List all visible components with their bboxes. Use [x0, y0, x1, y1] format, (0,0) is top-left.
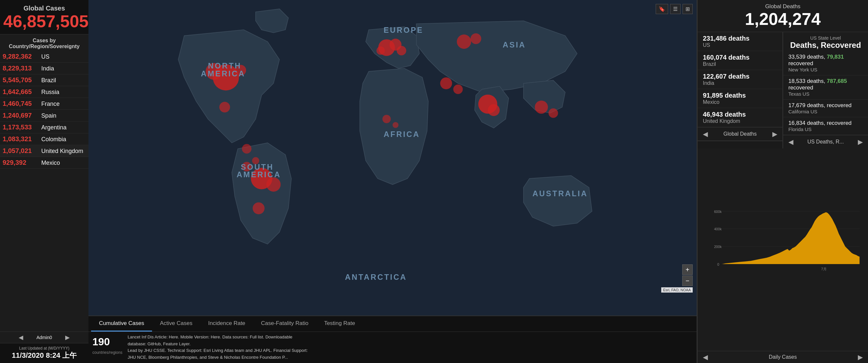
tab-testing-rate[interactable]: Testing Rate [316, 316, 363, 332]
deaths-item: 231,486 deathsUS [698, 32, 782, 51]
map-toolbar: 🔖 ☰ ⊞ [656, 4, 693, 14]
tab-case-fatality-ratio[interactable]: Case-Fatality Ratio [253, 316, 316, 332]
us-state-panel: US State Level Deaths, Recovered [783, 32, 868, 51]
bookmark-btn[interactable]: 🔖 [656, 4, 668, 14]
global-deaths-title: Global Deaths [703, 3, 863, 10]
country-item[interactable]: 5,545,705Brazil [0, 74, 89, 86]
country-item[interactable]: 1,057,021United Kingdom [0, 145, 89, 157]
country-cases: 8,229,313 [3, 64, 39, 72]
country-item[interactable]: 1,173,533Argentina [0, 122, 89, 133]
svg-point-7 [376, 47, 385, 55]
deaths-item: 160,074 deathsBrazil [698, 51, 782, 70]
info-line1: Lancet Inf Dis Article: Here. Mobile Ver… [127, 334, 693, 341]
right-panel: Global Deaths 1,204,274 231,486 deathsUS… [698, 0, 868, 363]
last-updated-label: Last Updated at (M/D/YYYY) [3, 346, 85, 351]
country-name: Spain [41, 112, 56, 119]
global-deaths-value: 1,204,274 [703, 10, 863, 29]
esri-attribution: Esri, FAO, NOAA [661, 287, 693, 293]
deaths-next-btn[interactable]: ▶ [772, 130, 777, 138]
us-deaths: 18,533 deaths, 787,685 recovered [788, 78, 863, 91]
zoom-in-btn[interactable]: + [682, 264, 693, 275]
world-map-container[interactable]: NORTH AMERICA SOUTH AMERICA EUROPE ASIA … [89, 0, 696, 315]
deaths-item: 122,607 deathsIndia [698, 70, 782, 89]
deaths-prev-btn[interactable]: ◀ [703, 130, 708, 138]
deaths-count: 122,607 deaths [703, 73, 777, 80]
last-updated-box: Last Updated at (M/D/YYYY) 11/3/2020 8:2… [0, 343, 89, 363]
country-item[interactable]: 1,460,745France [0, 98, 89, 110]
global-cases-label: Global Cases [3, 5, 85, 12]
global-cases-value: 46,857,505 [3, 12, 85, 31]
svg-text:AUSTRALIA: AUSTRALIA [532, 189, 588, 198]
info-text: Lancet Inf Dis Article: Here. Mobile Ver… [127, 334, 693, 361]
tab-incidence-rate[interactable]: Incidence Rate [200, 316, 253, 332]
us-state-item: 18,533 deaths, 787,685 recoveredTexas US [783, 75, 868, 99]
deaths-country: India [703, 80, 777, 86]
svg-text:AFRICA: AFRICA [384, 130, 420, 139]
deaths-country: Mexico [703, 99, 777, 105]
deaths-country: Brazil [703, 61, 777, 67]
svg-point-22 [253, 203, 265, 214]
world-map-svg[interactable]: NORTH AMERICA SOUTH AMERICA EUROPE ASIA … [89, 0, 696, 315]
deaths-country: United Kingdom [703, 118, 777, 124]
country-count-sub: countries/regions [92, 350, 122, 356]
country-item[interactable]: 1,240,697Spain [0, 110, 89, 122]
chart-nav: ◀ Daily Cases ▶ [698, 351, 868, 363]
info-bar: 190 countries/regions Lancet Inf Dis Art… [89, 332, 696, 363]
svg-point-15 [549, 109, 558, 118]
deaths-column: 231,486 deathsUS160,074 deathsBrazil122,… [698, 32, 783, 148]
info-line4: JHU NCE, Bloomberg Philanthropies, and S… [127, 354, 693, 361]
country-cases: 1,642,665 [3, 88, 39, 96]
zoom-out-btn[interactable]: − [682, 275, 693, 286]
svg-text:200k: 200k [714, 245, 722, 249]
svg-text:AMERICA: AMERICA [237, 170, 281, 179]
zoom-controls[interactable]: + − [682, 264, 693, 286]
global-deaths-panel: Global Deaths 1,204,274 [698, 0, 868, 32]
country-item[interactable]: 1,083,321Colombia [0, 133, 89, 145]
svg-point-19 [393, 122, 398, 128]
admin-nav: ◀ Admin0 ▶ [0, 332, 89, 343]
chart-prev-btn[interactable]: ◀ [703, 353, 708, 361]
us-state-name: California US [788, 109, 863, 114]
svg-text:AMERICA: AMERICA [201, 69, 245, 78]
country-item[interactable]: 9,282,362US [0, 51, 89, 63]
info-line2: database: GitHub, Feature Layer. [127, 341, 693, 347]
svg-point-18 [382, 115, 391, 123]
chart-title: Daily Cases [769, 354, 797, 360]
svg-point-6 [397, 46, 406, 55]
country-item[interactable]: 1,642,665Russia [0, 86, 89, 98]
us-next-btn[interactable]: ▶ [858, 138, 863, 146]
svg-point-14 [535, 100, 548, 114]
country-item[interactable]: 929,392Mexico [0, 157, 89, 169]
scroll-left-btn[interactable]: ◀ [19, 334, 23, 341]
us-state-name: Texas US [788, 91, 863, 97]
chart-next-btn[interactable]: ▶ [858, 353, 863, 361]
country-item[interactable]: 8,229,313India [0, 63, 89, 74]
country-name: France [41, 100, 60, 108]
us-deaths: 16,834 deaths, recovered [788, 120, 863, 126]
svg-point-20 [219, 102, 230, 113]
deaths-nav-label: Global Deaths [723, 131, 756, 137]
tab-active-cases[interactable]: Active Cases [152, 316, 200, 332]
us-nav-label: US Deaths, R... [807, 139, 844, 145]
list-btn[interactable]: ☰ [670, 4, 681, 14]
country-count: 190 [92, 334, 122, 350]
country-name: United Kingdom [41, 148, 83, 155]
svg-text:600k: 600k [714, 210, 722, 214]
tab-cumulative-cases[interactable]: Cumulative Cases [91, 316, 152, 332]
country-name: Brazil [41, 77, 56, 84]
scroll-right-btn[interactable]: ▶ [65, 334, 70, 341]
svg-point-21 [242, 144, 251, 154]
deaths-item: 46,943 deathsUnited Kingdom [698, 108, 782, 127]
qr-btn[interactable]: ⊞ [683, 4, 693, 14]
svg-text:ASIA: ASIA [503, 41, 526, 49]
deaths-count: 46,943 deaths [703, 111, 777, 118]
us-deaths: 17,679 deaths, recovered [788, 102, 863, 109]
us-prev-btn[interactable]: ◀ [788, 138, 793, 146]
tab-bar: Cumulative CasesActive CasesIncidence Ra… [89, 315, 696, 332]
country-name: India [41, 65, 54, 72]
country-cases: 1,460,745 [3, 100, 39, 108]
country-cases: 5,545,705 [3, 76, 39, 84]
svg-point-3 [267, 177, 281, 192]
svg-point-9 [488, 104, 500, 116]
svg-text:SOUTH: SOUTH [241, 163, 274, 171]
